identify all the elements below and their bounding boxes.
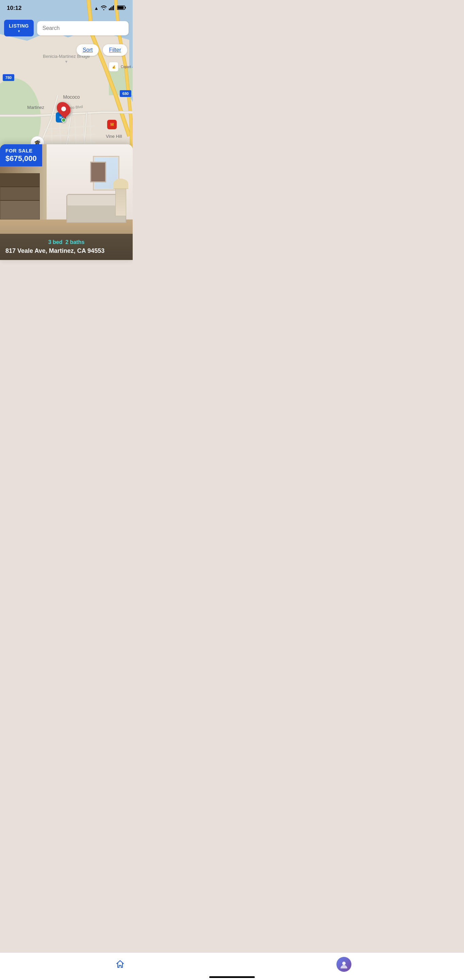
pin-inner xyxy=(61,107,66,111)
price-label: $675,000 xyxy=(5,154,37,163)
furniture-cabinet xyxy=(0,173,40,220)
pin-location-dot xyxy=(61,118,66,123)
sort-filter-bar: Sort Filter xyxy=(76,44,127,56)
beds-baths: 3 bed 2 baths xyxy=(5,239,127,245)
beds-label: 3 bed xyxy=(48,239,63,245)
listing-button[interactable]: LISTING ▾ xyxy=(4,20,34,37)
lamp xyxy=(115,181,126,216)
svg-rect-2 xyxy=(111,6,113,10)
signal-icon xyxy=(109,5,115,11)
sort-button[interactable]: Sort xyxy=(76,44,99,56)
property-info: 3 bed 2 baths 817 Veale Ave, Martinez, C… xyxy=(0,234,133,260)
svg-rect-0 xyxy=(109,8,110,10)
property-image: FOR SALE $675,000 xyxy=(0,144,133,260)
svg-text:▼: ▼ xyxy=(65,60,68,64)
baths-label: 2 baths xyxy=(65,239,84,245)
listing-label: LISTING xyxy=(9,23,29,29)
wifi-icon xyxy=(101,5,107,11)
property-card[interactable]: FOR SALE $675,000 xyxy=(0,144,133,260)
status-time: 10:12 xyxy=(7,5,21,11)
svg-text:Martinez: Martinez xyxy=(27,105,44,110)
svg-rect-1 xyxy=(110,8,111,10)
svg-text:💰: 💰 xyxy=(112,65,116,69)
svg-text:Mococo: Mococo xyxy=(63,94,79,100)
battery-icon xyxy=(117,5,126,11)
property-address: 817 Veale Ave, Martinez, CA 94553 xyxy=(5,247,127,255)
status-label: FOR SALE xyxy=(5,148,37,153)
svg-text:Copart - Ma...: Copart - Ma... xyxy=(121,65,133,69)
svg-text:680: 680 xyxy=(122,92,129,95)
map-pin[interactable] xyxy=(57,102,70,123)
search-input[interactable] xyxy=(37,21,129,35)
header-bar: LISTING ▾ xyxy=(0,17,133,39)
filter-button[interactable]: Filter xyxy=(103,44,127,56)
svg-rect-6 xyxy=(118,6,124,9)
mcdonalds-icon: M xyxy=(107,120,117,129)
wall-art xyxy=(90,162,106,182)
status-bar: 10:12 ▲ xyxy=(0,0,133,14)
for-sale-badge: FOR SALE $675,000 xyxy=(0,144,42,166)
network-icon: ▲ xyxy=(94,5,99,11)
chevron-down-icon: ▾ xyxy=(18,29,20,33)
status-icons: ▲ xyxy=(94,5,126,11)
svg-text:Vine Hill: Vine Hill xyxy=(106,134,122,139)
svg-rect-5 xyxy=(125,7,126,8)
svg-text:780: 780 xyxy=(5,76,11,80)
svg-rect-3 xyxy=(113,5,114,10)
